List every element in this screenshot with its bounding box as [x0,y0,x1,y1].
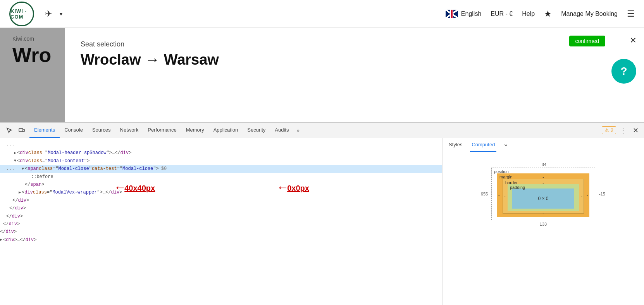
help-link[interactable]: Help [522,10,535,17]
position-right-value: -15 [595,192,609,196]
dom-line[interactable]: ▶ <div >…</div> [0,236,442,244]
triangle-icon[interactable]: ▶ [19,189,21,196]
dom-line[interactable]: </div> [0,197,442,204]
box-model-container: -34 655 position margin - [443,152,644,305]
dom-line: ... [0,141,442,149]
dom-line[interactable]: ▶ <div class="Modal-header spShadow" >…<… [0,149,442,157]
right-panel-tabs: Styles Computed » [443,138,644,152]
dom-line[interactable]: ▶ <div class="ModalVex-wrapper" >…</div> [0,188,442,196]
margin-left-value: - [498,193,500,197]
dom-line[interactable]: </div> [0,212,442,220]
tab-console[interactable]: Console [60,123,88,138]
tab-styles[interactable]: Styles [447,138,464,152]
devtools-menu-button[interactable]: ⋮ [618,125,629,136]
devtools-right-controls: ⚠ 2 ⋮ ✕ [602,125,641,136]
dom-line[interactable]: ▼ <div class="Modal-content" > [0,157,442,165]
device-toolbar-button[interactable] [15,124,28,137]
svg-rect-0 [19,129,23,132]
padding-label: padding - [510,185,528,190]
inspect-element-button[interactable] [3,124,15,137]
devtools-close-button[interactable]: ✕ [630,125,641,136]
confirmed-badge: confirmed [569,36,605,46]
triangle-icon[interactable]: ▶ [14,150,16,156]
tab-sources[interactable]: Sources [88,123,115,138]
tab-computed[interactable]: Computed [470,138,496,152]
devtools-panel: Elements Console Sources Network Perform… [0,122,644,305]
svg-rect-1 [23,129,24,132]
dom-panel[interactable]: ... ▶ <div class="Modal-header spShadow"… [0,138,443,305]
dom-line[interactable]: </span> [0,181,442,188]
warning-icon: ⚠ [604,127,609,133]
padding-left-value: - [509,195,510,200]
menu-icon[interactable]: ☰ [627,9,635,19]
currency-selector[interactable]: EUR - € [491,10,513,17]
kiwi-logo[interactable]: KIWI · COM [9,2,34,26]
tab-performance[interactable]: Performance [143,123,181,138]
border-right-value: - [581,194,582,199]
manage-booking-link[interactable]: Manage My Booking [561,10,618,17]
tab-application[interactable]: Application [209,123,243,138]
uk-flag-icon [446,10,458,18]
tab-network[interactable]: Network [115,123,143,138]
dom-line[interactable]: </div> [0,228,442,236]
tab-memory[interactable]: Memory [181,123,209,138]
help-button[interactable]: ? [611,59,636,84]
devtools-toolbar: Elements Console Sources Network Perform… [0,123,644,138]
dollar-zero-label: $0 [161,165,167,173]
chevron-down-icon[interactable]: ▾ [60,11,62,17]
modal-close-button[interactable]: × [630,34,636,46]
dom-line-before[interactable]: ::before [0,173,442,181]
favorites-icon[interactable]: ★ [544,9,552,19]
padding-right-value: - [576,195,578,200]
box-model-bottom-number: 133 [477,222,609,226]
right-panel-tabs-more[interactable]: » [504,142,507,148]
right-panel: Styles Computed » -34 655 [443,138,644,305]
margin-right-value: - [587,193,588,197]
position-left-value: 655 [477,192,491,196]
warning-count: 2 [611,127,613,133]
padding-top-value: - [542,185,544,190]
dom-line[interactable]: </div> [0,204,442,212]
tab-elements[interactable]: Elements [29,123,60,138]
triangle-icon[interactable]: ▼ [22,166,24,172]
nav-right: English EUR - € Help ★ Manage My Booking… [446,9,635,19]
modal-subtitle: Seat selection [81,40,629,48]
position-top-value: -34 [540,162,546,167]
content-value: 0 × 0 [538,196,548,201]
triangle-icon[interactable]: ▼ [14,158,16,164]
modal-title: Wroclaw → Warsaw [81,51,629,68]
triangle-icon[interactable]: ▶ [0,236,2,243]
tab-audits[interactable]: Audits [270,123,293,138]
border-left-value: - [504,194,506,199]
logo-area: KIWI · COM ✈ ▾ [9,2,62,26]
flight-icon: ✈ [45,9,52,19]
warning-badge[interactable]: ⚠ 2 [602,126,616,134]
box-model-diagram: -34 655 position margin - [477,162,609,226]
tab-security[interactable]: Security [243,123,270,138]
dom-line-selected[interactable]: ... ▼ <span class="Modal-close" data-tes… [0,165,442,173]
padding-bottom-value: - [542,205,544,210]
dom-line[interactable]: </div> [0,220,442,228]
devtools-main: ... ▶ <div class="Modal-header spShadow"… [0,138,644,305]
top-nav: KIWI · COM ✈ ▾ English EUR - € Help ★ Ma… [0,0,644,28]
language-selector[interactable]: English [446,10,481,18]
tabs-more-button[interactable]: » [293,123,302,138]
devtools-tabs: Elements Console Sources Network Perform… [29,123,303,138]
